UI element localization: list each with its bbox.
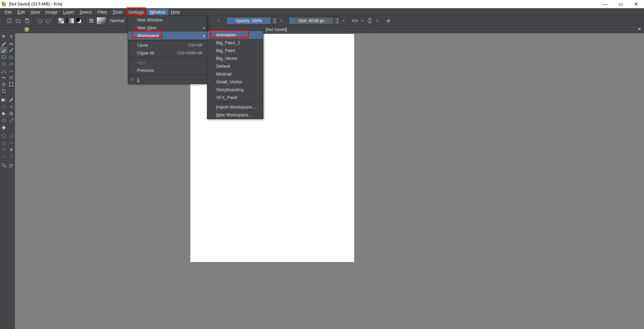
canvas-area[interactable] xyxy=(21,33,644,329)
assistant-tool[interactable] xyxy=(0,117,7,124)
freehand-select-tool[interactable] xyxy=(7,139,15,146)
menu-tools[interactable]: Tools xyxy=(110,9,125,15)
polygon-tool[interactable] xyxy=(0,61,7,67)
multibrush-tool[interactable] xyxy=(7,74,15,81)
bezier-select-tool[interactable] xyxy=(0,153,7,160)
redo-button[interactable] xyxy=(45,17,52,24)
blend-mode-selector[interactable]: Normal xyxy=(107,18,127,23)
polygon-select-tool[interactable] xyxy=(0,139,7,146)
edit-shapes-tool[interactable] xyxy=(0,40,7,47)
menu-view[interactable]: View xyxy=(28,9,42,15)
menu-close[interactable]: CloseCtrl+W xyxy=(128,41,207,49)
rectangle-tool[interactable] xyxy=(0,54,7,61)
opacity-spin[interactable]: ▲▼ xyxy=(273,17,277,24)
size-label: Size: 40.00 px xyxy=(298,18,324,23)
menu-close-all[interactable]: Close AllCtrl+Shift+W xyxy=(128,49,207,57)
ellipse-tool[interactable] xyxy=(7,54,15,61)
mirror-v-dropdown[interactable]: ▾ xyxy=(375,19,380,22)
workspace-minimal[interactable]: Minimal xyxy=(207,70,263,78)
close-button[interactable]: ✕ xyxy=(628,0,644,8)
ellipse-select-tool[interactable] xyxy=(7,133,15,139)
size-spin[interactable]: ▲▼ xyxy=(335,17,340,24)
brush-settings-button[interactable] xyxy=(88,17,95,24)
magnetic-select-tool[interactable] xyxy=(7,153,15,160)
blend-mode-list-dropdown[interactable]: ▾ xyxy=(216,19,221,22)
svg-point-37 xyxy=(5,114,6,115)
open-file-button[interactable] xyxy=(15,17,22,24)
maximize-button[interactable]: ▭ xyxy=(613,0,628,8)
gradient-tool[interactable] xyxy=(0,97,7,103)
workspace-small-vector[interactable]: Small_Vector xyxy=(207,78,263,86)
menu-edit[interactable]: Edit xyxy=(15,9,28,15)
workspace-import[interactable]: Import Workspace... xyxy=(207,103,263,111)
workspace-big-vector[interactable]: Big_Vector xyxy=(207,54,263,62)
polyline-tool[interactable] xyxy=(7,61,15,67)
new-file-button[interactable] xyxy=(6,17,13,24)
workspace-animation[interactable]: Animation xyxy=(207,31,263,39)
gradient-swatch[interactable] xyxy=(66,17,74,24)
mirror-vertical-button[interactable] xyxy=(366,17,373,24)
pattern-edit-tool[interactable] xyxy=(7,110,15,117)
smart-patch-tool[interactable] xyxy=(7,103,15,110)
bezier-tool[interactable] xyxy=(0,67,7,74)
line-tool[interactable] xyxy=(7,47,15,54)
menu-settings[interactable]: Settings xyxy=(125,9,147,15)
menu-file[interactable]: File xyxy=(2,9,15,15)
similar-select-tool[interactable] xyxy=(7,146,15,153)
document-close-icon[interactable]: ✕ xyxy=(638,27,641,32)
transform-tool-2[interactable] xyxy=(7,81,15,88)
opacity-dropdown[interactable]: ▾ xyxy=(279,19,283,22)
wraparound-button[interactable] xyxy=(385,17,392,24)
document-tab-label[interactable]: [Not Saved] xyxy=(266,27,287,32)
calligraphy-tool[interactable] xyxy=(7,40,15,47)
menu-doc-1[interactable]: ✓1 xyxy=(128,76,207,84)
size-slider[interactable]: Size: 40.00 px xyxy=(289,17,334,24)
svg-line-45 xyxy=(4,166,6,167)
workspace-default[interactable]: Default xyxy=(207,62,263,70)
brush-preset-button[interactable] xyxy=(97,17,106,24)
contiguous-select-tool[interactable] xyxy=(0,146,7,153)
pan-tool[interactable] xyxy=(7,162,15,169)
mirror-h-dropdown[interactable]: ▾ xyxy=(360,19,365,22)
menu-layer[interactable]: Layer xyxy=(60,9,77,15)
workspace-vfx-paint[interactable]: VFX_Paint xyxy=(207,94,263,101)
save-file-button[interactable] xyxy=(23,17,31,24)
minimize-button[interactable]: — xyxy=(597,0,613,8)
workspace-storyboarding[interactable]: Storyboarding xyxy=(207,86,263,94)
workspace-big-paint[interactable]: Big_Paint xyxy=(207,47,263,54)
color-picker-tool[interactable] xyxy=(7,97,15,103)
size-dropdown[interactable]: ▾ xyxy=(341,19,346,22)
menu-filter[interactable]: Filter xyxy=(94,9,110,15)
menu-select[interactable]: Select xyxy=(77,9,94,15)
menu-image[interactable]: Image xyxy=(42,9,60,15)
workspace-big-paint-2[interactable]: Big_Paint_2 xyxy=(207,39,263,47)
crop-tool[interactable] xyxy=(0,88,7,95)
undo-button[interactable] xyxy=(36,17,43,24)
colorize-mask-tool[interactable] xyxy=(0,103,7,110)
freehand-brush-tool[interactable] xyxy=(0,47,7,54)
text-tool[interactable]: T xyxy=(7,33,15,40)
opacity-label: Opacity: 100% xyxy=(236,18,262,23)
reference-tool[interactable] xyxy=(0,124,7,131)
dynamic-brush-tool[interactable] xyxy=(0,74,7,81)
zoom-tool[interactable] xyxy=(0,162,7,169)
fgbg-color-swatch[interactable] xyxy=(75,17,83,24)
pattern-swatch[interactable] xyxy=(57,17,65,24)
mirror-horizontal-button[interactable] xyxy=(351,17,359,24)
workspace-new[interactable]: New Workspace... xyxy=(207,111,263,119)
transform-tool[interactable] xyxy=(0,33,7,40)
opacity-slider[interactable]: Opacity: 100% xyxy=(226,17,271,24)
menu-new-view[interactable]: New View▸ xyxy=(128,24,207,32)
menu-help[interactable]: Help xyxy=(168,9,183,15)
measure-tool[interactable] xyxy=(7,117,15,124)
menu-workspace[interactable]: Workspace▸ xyxy=(128,32,207,39)
menu-window[interactable]: Window xyxy=(147,9,168,15)
menu-new-window[interactable]: New Window xyxy=(128,16,207,24)
move-tool[interactable] xyxy=(0,81,7,88)
svg-rect-13 xyxy=(89,20,93,21)
rect-select-tool[interactable] xyxy=(0,133,7,139)
fill-tool[interactable] xyxy=(0,110,7,117)
menu-previous[interactable]: Previous xyxy=(128,66,207,74)
freehand-path-tool[interactable] xyxy=(7,67,15,74)
svg-rect-31 xyxy=(9,82,10,83)
